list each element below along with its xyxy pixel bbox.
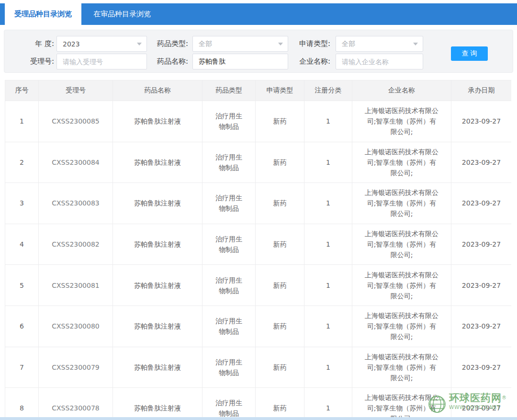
cell-drug-name: 苏帕鲁肽注射液: [113, 101, 202, 142]
drug-name-input[interactable]: [193, 54, 288, 69]
chevron-down-icon: [278, 43, 283, 45]
cell-enterprise: 上海银诺医药技术有限公司;智享生物（苏州）有限公司;: [352, 183, 451, 224]
search-panel: 年 度: 2023 药品类型: 全部 申请类型: 全部 受理号: 药品名称:: [4, 30, 513, 73]
column-header-drug-name: 药品名称: [113, 80, 202, 101]
table-row: 2CXSS2300084苏帕鲁肽注射液治疗用生物制品新药1上海银诺医药技术有限公…: [5, 142, 512, 183]
cell-enterprise: 上海银诺医药技术有限公司;智享生物（苏州）有限公司;: [352, 224, 451, 265]
tab-under-review-catalog[interactable]: 在审品种目录浏览: [81, 3, 163, 25]
cell-seq: 5: [5, 265, 39, 306]
cell-application-type: 新药: [256, 388, 304, 420]
table-row: 6CXSS2300080苏帕鲁肽注射液治疗用生物制品新药1上海银诺医药技术有限公…: [5, 306, 512, 347]
column-header-application-type: 申请类型: [256, 80, 304, 101]
column-header-reg-class: 注册分类: [304, 80, 352, 101]
enterprise-name-field: [336, 54, 423, 69]
table-header: 序号 受理号 药品名称 药品类型 申请类型 注册分类 企业名称 承办日期: [5, 80, 512, 101]
cell-application-type: 新药: [256, 101, 304, 142]
cell-drug-name: 苏帕鲁肽注射液: [113, 347, 202, 388]
column-header-date: 承办日期: [451, 80, 512, 101]
search-form-row-2: 受理号: 药品名称: 企业名称:: [4, 54, 513, 69]
table-row: 4CXSS2300082苏帕鲁肽注射液治疗用生物制品新药1上海银诺医药技术有限公…: [5, 224, 512, 265]
column-header-enterprise: 企业名称: [352, 80, 451, 101]
search-button[interactable]: 查询: [451, 46, 488, 61]
cell-application-type: 新药: [256, 265, 304, 306]
table-row: 7CXSS2300079苏帕鲁肽注射液治疗用生物制品新药1上海银诺医药技术有限公…: [5, 347, 512, 388]
cell-date: 2023-09-27: [451, 101, 512, 142]
drug-name-label: 药品名称:: [148, 54, 188, 69]
drug-name-field: [192, 54, 288, 69]
cell-acceptance-no: CXSS2300082: [39, 224, 113, 265]
year-select-value: 2023: [63, 40, 137, 48]
application-type-label: 申请类型:: [290, 36, 330, 52]
cell-reg-class: 1: [304, 224, 352, 265]
cell-application-type: 新药: [256, 347, 304, 388]
cell-drug-type: 治疗用生物制品: [202, 347, 256, 388]
cell-reg-class: 1: [304, 306, 352, 347]
cell-date: 2023-09-27: [451, 224, 512, 265]
enterprise-name-label: 企业名称:: [290, 54, 330, 69]
cell-drug-name: 苏帕鲁肽注射液: [113, 224, 202, 265]
cell-acceptance-no: CXSS2300083: [39, 183, 113, 224]
cell-seq: 7: [5, 347, 39, 388]
cell-drug-name: 苏帕鲁肽注射液: [113, 183, 202, 224]
page: 受理品种目录浏览 在审品种目录浏览 年 度: 2023 药品类型: 全部 申请类…: [0, 0, 517, 420]
acceptance-no-field: [56, 54, 147, 69]
drug-type-select-value: 全部: [199, 40, 278, 48]
cell-drug-name: 苏帕鲁肽注射液: [113, 142, 202, 183]
cell-acceptance-no: CXSS2300079: [39, 347, 113, 388]
results-table-container: 序号 受理号 药品名称 药品类型 申请类型 注册分类 企业名称 承办日期 1CX…: [5, 80, 511, 420]
cell-application-type: 新药: [256, 142, 304, 183]
cell-date: 2023-09-27: [451, 183, 512, 224]
acceptance-no-label: 受理号:: [18, 54, 54, 69]
drug-type-label: 药品类型:: [148, 36, 188, 52]
cell-reg-class: 1: [304, 347, 352, 388]
cell-acceptance-no: CXSS2300080: [39, 306, 113, 347]
cell-drug-type: 治疗用生物制品: [202, 306, 256, 347]
cell-drug-type: 治疗用生物制品: [202, 142, 256, 183]
cell-acceptance-no: CXSS2300085: [39, 101, 113, 142]
cell-drug-type: 治疗用生物制品: [202, 265, 256, 306]
table-header-row: 序号 受理号 药品名称 药品类型 申请类型 注册分类 企业名称 承办日期: [5, 80, 512, 101]
cell-enterprise: 上海银诺医药技术有限公司;智享生物（苏州）有限公司;: [352, 142, 451, 183]
table-row: 1CXSS2300085苏帕鲁肽注射液治疗用生物制品新药1上海银诺医药技术有限公…: [5, 101, 512, 142]
tab-accepted-catalog[interactable]: 受理品种目录浏览: [5, 3, 81, 25]
enterprise-name-input[interactable]: [336, 54, 423, 69]
tab-bar: 受理品种目录浏览 在审品种目录浏览: [0, 3, 517, 25]
cell-drug-name: 苏帕鲁肽注射液: [113, 265, 202, 306]
table-row: 3CXSS2300083苏帕鲁肽注射液治疗用生物制品新药1上海银诺医药技术有限公…: [5, 183, 512, 224]
cell-reg-class: 1: [304, 101, 352, 142]
cell-acceptance-no: CXSS2300081: [39, 265, 113, 306]
tab-label: 受理品种目录浏览: [14, 10, 72, 19]
cell-seq: 2: [5, 142, 39, 183]
application-type-select[interactable]: 全部: [336, 36, 423, 52]
results-table: 序号 受理号 药品名称 药品类型 申请类型 注册分类 企业名称 承办日期 1CX…: [5, 80, 511, 420]
cell-application-type: 新药: [256, 224, 304, 265]
cell-date: 2023-09-27: [451, 388, 512, 420]
column-header-acceptance-no: 受理号: [39, 80, 113, 101]
cell-reg-class: 1: [304, 388, 352, 420]
column-header-seq: 序号: [5, 80, 39, 101]
drug-type-select[interactable]: 全部: [192, 36, 288, 52]
cell-seq: 1: [5, 101, 39, 142]
application-type-select-value: 全部: [342, 40, 413, 48]
chevron-down-icon: [413, 43, 418, 45]
horizontal-scrollbar[interactable]: [0, 417, 517, 420]
cell-drug-type: 治疗用生物制品: [202, 101, 256, 142]
cell-enterprise: 上海银诺医药技术有限公司;智享生物（苏州）有限公司;: [352, 306, 451, 347]
tab-label: 在审品种目录浏览: [93, 10, 151, 19]
table-body: 1CXSS2300085苏帕鲁肽注射液治疗用生物制品新药1上海银诺医药技术有限公…: [5, 101, 512, 420]
cell-drug-name: 苏帕鲁肽注射液: [113, 388, 202, 420]
acceptance-no-input[interactable]: [57, 54, 146, 69]
cell-reg-class: 1: [304, 183, 352, 224]
column-header-drug-type: 药品类型: [202, 80, 256, 101]
year-select[interactable]: 2023: [56, 36, 147, 52]
cell-enterprise: 上海银诺医药技术有限公司;智享生物（苏州）有限公司;: [352, 388, 451, 420]
cell-enterprise: 上海银诺医药技术有限公司;智享生物（苏州）有限公司;: [352, 101, 451, 142]
cell-seq: 3: [5, 183, 39, 224]
cell-seq: 4: [5, 224, 39, 265]
cell-enterprise: 上海银诺医药技术有限公司;智享生物（苏州）有限公司;: [352, 347, 451, 388]
cell-date: 2023-09-27: [451, 306, 512, 347]
cell-date: 2023-09-27: [451, 347, 512, 388]
cell-seq: 8: [5, 388, 39, 420]
cell-acceptance-no: CXSS2300078: [39, 388, 113, 420]
cell-date: 2023-09-27: [451, 142, 512, 183]
